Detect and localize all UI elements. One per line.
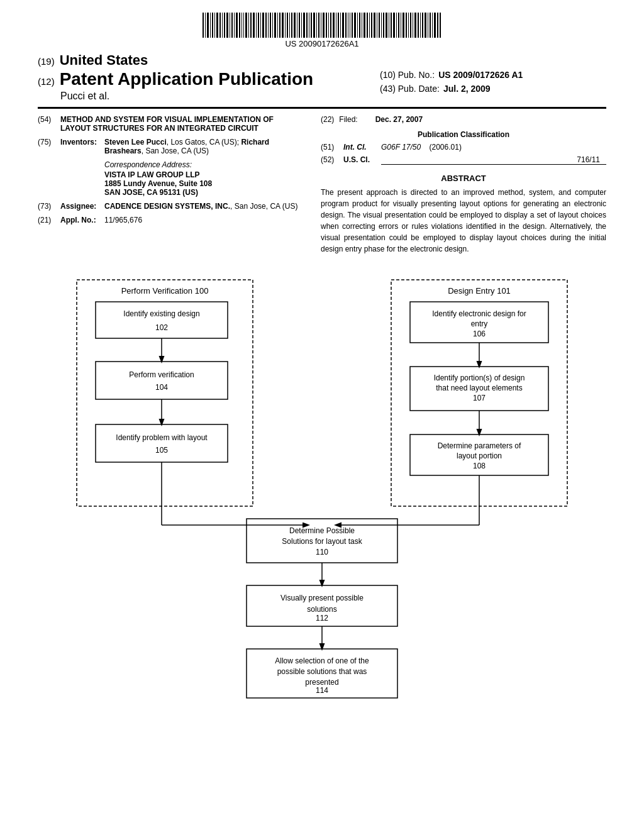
- svg-rect-4: [212, 13, 213, 38]
- svg-rect-3: [210, 13, 211, 38]
- svg-rect-37: [291, 13, 292, 38]
- inventors-row: (75) Inventors: Steven Lee Pucci, Los Ga…: [38, 138, 302, 155]
- svg-rect-31: [277, 13, 278, 38]
- label-perform-verif-num: 104: [155, 383, 168, 392]
- label-identify-electronic-num: 106: [473, 329, 486, 338]
- label-visually-present-2: solutions: [307, 605, 336, 614]
- uscl-value: 716/11: [577, 155, 600, 164]
- svg-rect-49: [321, 13, 321, 38]
- svg-rect-61: [350, 13, 350, 38]
- inventor2-loc: , San Jose, CA (US): [142, 147, 209, 155]
- svg-rect-2: [207, 13, 209, 38]
- svg-rect-44: [309, 13, 309, 38]
- svg-rect-74: [381, 13, 382, 38]
- svg-rect-77: [389, 13, 389, 38]
- label-allow-selection-num: 114: [316, 686, 328, 695]
- label-allow-selection-2: possible solutions that was: [277, 667, 367, 676]
- svg-rect-43: [306, 13, 308, 38]
- filed-num: (22): [321, 115, 334, 124]
- svg-rect-25: [262, 13, 264, 38]
- svg-rect-58: [342, 13, 344, 38]
- label-perform-verif: Perform verification: [129, 370, 194, 379]
- svg-rect-32: [279, 13, 280, 38]
- appl-no-value: 11/965,676: [104, 216, 302, 224]
- pub-no-label: (10) Pub. No.:: [380, 70, 435, 80]
- svg-rect-26: [265, 13, 267, 38]
- pub-date-value: Jul. 2, 2009: [443, 84, 491, 94]
- label-identify-portions-num: 107: [473, 394, 486, 402]
- svg-rect-57: [340, 13, 341, 38]
- svg-rect-14: [236, 13, 238, 38]
- svg-rect-88: [414, 13, 416, 38]
- svg-rect-73: [379, 13, 380, 38]
- svg-rect-98: [440, 13, 441, 38]
- svg-rect-95: [432, 13, 433, 38]
- assignee-row: (73) Assignee: CADENCE DESIGN SYSTEMS, I…: [38, 202, 302, 211]
- assignee-label: Assignee:: [60, 202, 104, 211]
- svg-rect-71: [374, 13, 375, 38]
- svg-rect-63: [354, 13, 356, 38]
- patent-header: (19) United States (12) Patent Applicati…: [38, 52, 606, 109]
- pub-no-value: US 2009/0172626 A1: [438, 70, 523, 80]
- address2: SAN JOSE, CA 95131 (US): [104, 188, 198, 197]
- patent-number: US 20090172626A1: [285, 39, 358, 48]
- label-visually-present-num: 112: [316, 614, 328, 622]
- svg-rect-67: [364, 13, 365, 38]
- appl-label: Appl. No.:: [60, 216, 104, 224]
- label-determine-possible-num: 110: [316, 548, 328, 556]
- label-perform-verification: Perform Verification 100: [121, 286, 209, 296]
- svg-rect-59: [345, 13, 347, 38]
- svg-rect-60: [348, 13, 348, 38]
- label-determine-possible-2: Solutions for layout task: [282, 537, 362, 546]
- meta-right-col: (22) Filed: Dec. 27, 2007 Publication Cl…: [321, 115, 606, 255]
- title-text: METHOD AND SYSTEM FOR VISUAL IMPLEMENTAT…: [60, 115, 302, 133]
- barcode-area: US 20090172626A1: [38, 13, 606, 48]
- svg-rect-84: [406, 13, 407, 38]
- header-left: (19) United States (12) Patent Applicati…: [38, 52, 380, 102]
- svg-rect-64: [357, 13, 358, 38]
- svg-rect-86: [410, 13, 411, 38]
- svg-rect-55: [336, 13, 336, 38]
- svg-rect-69: [369, 13, 370, 38]
- label-allow-selection-1: Allow selection of one of the: [275, 656, 369, 665]
- inventors-num: (75): [38, 138, 60, 147]
- label-identify-existing-num: 102: [155, 323, 168, 332]
- svg-rect-33: [282, 13, 284, 38]
- svg-rect-78: [391, 13, 392, 38]
- svg-rect-12: [231, 13, 233, 38]
- svg-rect-100: [96, 302, 228, 338]
- inventors-content: Steven Lee Pucci, Los Gatos, CA (US); Ri…: [104, 138, 302, 155]
- uscl-num: (52): [321, 155, 343, 165]
- svg-rect-76: [386, 13, 387, 38]
- label-determine-params-2: layout portion: [457, 451, 502, 460]
- svg-rect-22: [256, 13, 257, 38]
- svg-rect-19: [248, 13, 249, 38]
- svg-rect-96: [434, 13, 436, 38]
- country-name: United States: [60, 52, 148, 69]
- label-design-entry: Design Entry 101: [448, 286, 511, 296]
- label-identify-electronic-2: entry: [471, 319, 488, 328]
- appl-row: (21) Appl. No.: 11/965,676: [38, 216, 302, 224]
- svg-rect-28: [270, 13, 271, 38]
- svg-rect-104: [96, 424, 228, 462]
- svg-rect-20: [250, 13, 252, 38]
- label-allow-selection-3: presented: [305, 678, 338, 687]
- intcl-label: Int. Cl.: [343, 143, 381, 152]
- svg-rect-6: [216, 13, 218, 38]
- intcl-content: G06F 17/50 (2006.01): [381, 143, 606, 152]
- svg-rect-17: [243, 13, 244, 38]
- svg-rect-72: [377, 13, 377, 38]
- svg-rect-94: [430, 13, 431, 38]
- address1: 1885 Lundy Avenue, Suite 108: [104, 179, 212, 188]
- svg-rect-81: [398, 13, 399, 38]
- patent-type: Patent Application Publication: [60, 70, 313, 89]
- law-firm: VISTA IP LAW GROUP LLP: [104, 170, 200, 179]
- appl-num: (21): [38, 216, 60, 224]
- uscl-row: (52) U.S. Cl. 716/11: [321, 155, 606, 165]
- metadata-section: (54) METHOD AND SYSTEM FOR VISUAL IMPLEM…: [38, 115, 606, 255]
- inventors-label: Inventors:: [60, 138, 104, 147]
- svg-rect-54: [333, 13, 335, 38]
- svg-rect-51: [326, 13, 327, 38]
- svg-rect-36: [289, 13, 290, 38]
- label-visually-present-1: Visually present possible: [280, 594, 364, 602]
